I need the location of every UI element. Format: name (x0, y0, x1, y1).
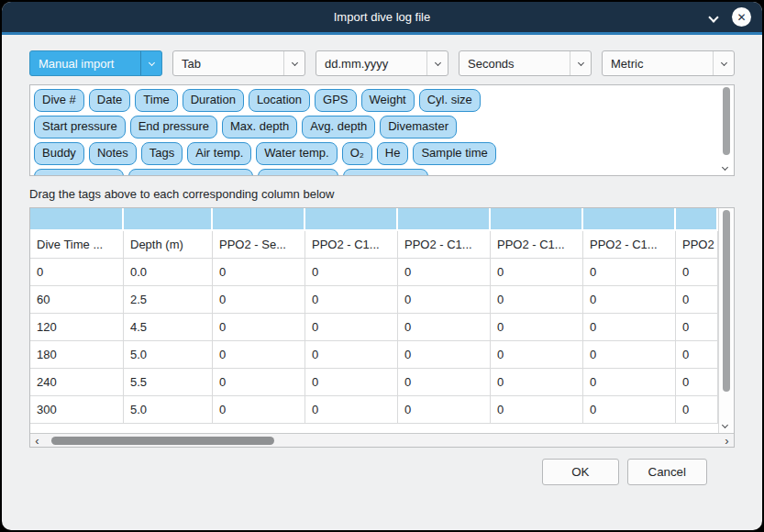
tag-row: Dive # Date Time Duration Location GPS W… (34, 89, 715, 112)
table-cell: 0 (583, 286, 676, 314)
drag-tag[interactable]: Sample time (413, 142, 495, 165)
tag-rows: Dive # Date Time Duration Location GPS W… (34, 89, 715, 175)
drop-target-cell[interactable] (583, 208, 676, 229)
combo-value: Metric (611, 57, 643, 71)
scroll-down-icon[interactable] (723, 159, 730, 172)
drag-tag[interactable]: Time (135, 89, 177, 112)
drop-target-cell[interactable] (305, 208, 398, 229)
scroll-right-icon[interactable]: › (720, 435, 734, 447)
scroll-left-icon[interactable]: ‹ (30, 435, 44, 447)
import-options-row: Manual import Tab dd.mm.yyyy Seconds Met… (29, 50, 735, 76)
date-format-combo[interactable]: dd.mm.yyyy (316, 50, 448, 76)
drag-tag[interactable]: Weight (361, 89, 415, 112)
drag-tag[interactable]: Sample pO₂ (258, 169, 338, 175)
table-cell: 0.0 (124, 259, 213, 286)
cancel-button[interactable]: Cancel (627, 459, 708, 485)
drag-tag[interactable]: Cyl. size (419, 89, 481, 112)
tag-row: Start pressure End pressure Max. depth A… (34, 116, 715, 139)
drag-tag[interactable]: End pressure (130, 116, 217, 139)
table-cell: 0 (676, 314, 718, 341)
drop-target-cell[interactable] (30, 208, 124, 229)
table-cell: 120 (30, 314, 124, 341)
table-cell: 0 (491, 341, 583, 369)
drag-tag[interactable]: Divemaster (380, 116, 457, 139)
drag-tag[interactable]: Dive # (34, 89, 84, 112)
column-header: PPO2 - Se... (213, 231, 305, 259)
drag-tag[interactable]: Max. depth (222, 116, 297, 139)
table-header-row: Dive Time ... Depth (m) PPO2 - Se... PPO… (30, 231, 718, 259)
scrollbar-track[interactable] (44, 434, 720, 447)
table-cell: 4.5 (124, 314, 213, 341)
table-row: 120 4.5 0 0 0 0 0 0 (30, 314, 718, 341)
drop-target-cell[interactable] (213, 208, 305, 229)
table-cell: 0 (676, 341, 718, 369)
drop-target-cell[interactable] (676, 208, 718, 229)
table-cell: 0 (305, 341, 398, 369)
ok-button[interactable]: OK (542, 459, 618, 485)
button-row: OK Cancel (29, 448, 735, 485)
drag-tag[interactable]: Buddy (34, 142, 84, 165)
field-separator-combo[interactable]: Tab (172, 50, 305, 76)
drag-tag[interactable]: Air temp. (187, 142, 251, 165)
drop-target-cell[interactable] (398, 208, 491, 229)
drag-tag[interactable]: Duration (183, 89, 244, 112)
table-cell: 0 (305, 286, 398, 314)
scrollbar-handle[interactable] (51, 437, 274, 445)
drop-target-cell[interactable] (491, 208, 583, 229)
chevron-down-icon (283, 51, 304, 75)
drag-tag[interactable]: O₂ (342, 142, 372, 165)
drop-target-row (30, 208, 718, 231)
dialog-content: Manual import Tab dd.mm.yyyy Seconds Met… (2, 35, 762, 485)
table-cell: 0 (398, 259, 491, 286)
table-cell: 0 (676, 369, 718, 396)
drag-tag[interactable]: Location (249, 89, 310, 112)
table-cell: 0 (213, 341, 305, 369)
table-cell: 0 (213, 369, 305, 396)
drag-tag[interactable]: Notes (89, 142, 137, 165)
table-cell: 0 (491, 286, 583, 314)
window-title: Import dive log file (334, 10, 431, 24)
drag-tag[interactable]: GPS (315, 89, 356, 112)
drag-tag[interactable]: Avg. depth (302, 116, 375, 139)
table-cell: 0 (305, 396, 398, 424)
scroll-down-icon[interactable] (723, 416, 730, 430)
column-header: PPO2 - C1... (398, 231, 491, 259)
table-vertical-scrollbar[interactable] (718, 208, 734, 433)
close-button[interactable] (732, 7, 751, 27)
table-cell: 0 (583, 369, 676, 396)
duration-format-combo[interactable]: Seconds (459, 50, 592, 76)
table-cell: 0 (398, 314, 491, 341)
table-cell: 0 (30, 259, 124, 286)
drag-tag[interactable]: Water temp. (256, 142, 337, 165)
drop-target-cell[interactable] (124, 208, 213, 229)
scrollbar-handle[interactable] (723, 210, 730, 392)
shade-window-button[interactable] (710, 10, 717, 24)
drag-tag[interactable]: Date (89, 89, 130, 112)
scrollbar-handle[interactable] (723, 87, 730, 155)
column-header: PPO2 - C1... (491, 231, 583, 259)
table-cell: 0 (398, 396, 491, 424)
table-cell: 0 (213, 259, 305, 286)
drag-instruction: Drag the tags above to each correspondin… (29, 187, 735, 201)
chevron-down-icon (713, 51, 734, 75)
drag-tag[interactable]: He (377, 142, 409, 165)
tag-scrollbar[interactable] (721, 87, 732, 173)
table-cell: 180 (30, 341, 124, 369)
table-cell: 5.0 (124, 341, 213, 369)
table-cell: 5.5 (124, 369, 213, 396)
drag-tag[interactable]: Sample CNS (343, 169, 428, 175)
drag-tag[interactable]: Tags (141, 142, 183, 165)
table-horizontal-scrollbar[interactable]: ‹ › (30, 433, 734, 447)
table-cell: 0 (398, 369, 491, 396)
units-combo[interactable]: Metric (602, 50, 735, 76)
table-cell: 0 (213, 314, 305, 341)
column-header: Dive Time ... (30, 231, 124, 259)
titlebar: Import dive log file (2, 2, 762, 35)
drag-tag[interactable]: Sample depth (34, 169, 124, 175)
table-cell: 2.5 (124, 286, 213, 314)
import-mode-combo[interactable]: Manual import (29, 50, 162, 76)
column-header: PPO2 (676, 231, 718, 259)
table-main: Dive Time ... Depth (m) PPO2 - Se... PPO… (30, 208, 734, 433)
drag-tag[interactable]: Sample temperature (128, 169, 253, 175)
drag-tag[interactable]: Start pressure (34, 116, 126, 139)
